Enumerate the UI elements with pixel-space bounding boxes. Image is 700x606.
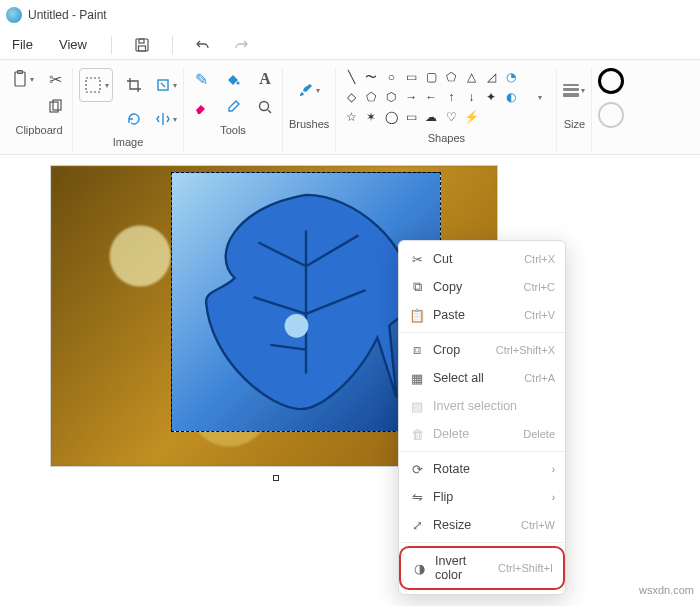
menubar: File View bbox=[0, 30, 700, 60]
ctx-flip[interactable]: ⇋ Flip › bbox=[399, 483, 565, 511]
shape-star5-icon: ☆ bbox=[342, 108, 360, 126]
ctx-label: Cut bbox=[433, 252, 516, 266]
shapes-gallery[interactable]: ╲〜○▭▢⬠△◿◔ ◇⬠⬡→←↑↓✦◐ ☆✶◯▭☁♡⚡ bbox=[342, 68, 520, 126]
ctx-shortcut: Ctrl+V bbox=[524, 309, 555, 321]
ctx-paste[interactable]: 📋 Paste Ctrl+V bbox=[399, 301, 565, 329]
ctx-rotate[interactable]: ⟳ Rotate › bbox=[399, 455, 565, 483]
chevron-right-icon: › bbox=[552, 492, 555, 503]
ctx-copy[interactable]: ⧉ Copy Ctrl+C bbox=[399, 273, 565, 301]
paste-button[interactable] bbox=[12, 68, 34, 90]
ctx-label: Invert selection bbox=[433, 399, 555, 413]
ctx-selectall[interactable]: ▦ Select all Ctrl+A bbox=[399, 364, 565, 392]
ribbon-label-tools: Tools bbox=[220, 124, 246, 140]
ctx-shortcut: Delete bbox=[523, 428, 555, 440]
ctx-label: Select all bbox=[433, 371, 516, 385]
shape-arrowu-icon: ↑ bbox=[442, 88, 460, 106]
rotate-button[interactable] bbox=[123, 108, 145, 130]
ctx-invertselection: ▨ Invert selection bbox=[399, 392, 565, 420]
bucket-icon bbox=[225, 71, 241, 87]
cut-button[interactable]: ✂ bbox=[44, 68, 66, 90]
crop-icon bbox=[126, 77, 142, 93]
save-icon bbox=[134, 37, 150, 53]
flip-button[interactable] bbox=[155, 108, 177, 130]
select-button[interactable] bbox=[79, 68, 113, 102]
shape-star4-icon: ✦ bbox=[482, 88, 500, 106]
ribbon-group-image: Image bbox=[72, 68, 183, 152]
ctx-cut[interactable]: ✂ Cut Ctrl+X bbox=[399, 245, 565, 273]
separator bbox=[399, 542, 565, 543]
undo-icon bbox=[195, 37, 211, 53]
ctx-label: Resize bbox=[433, 518, 513, 532]
undo-button[interactable] bbox=[191, 33, 215, 57]
copy-button[interactable] bbox=[44, 96, 66, 118]
shape-oval-icon: ○ bbox=[382, 68, 400, 86]
ribbon-group-size: Size bbox=[556, 68, 591, 152]
crop-button[interactable] bbox=[123, 74, 145, 96]
ctx-shortcut: Ctrl+Shift+X bbox=[496, 344, 555, 356]
separator bbox=[172, 36, 173, 54]
resize-button[interactable] bbox=[155, 74, 177, 96]
shape-callout1-icon: ◯ bbox=[382, 108, 400, 126]
ribbon-label-clipboard: Clipboard bbox=[15, 124, 62, 140]
invertcolor-icon: ◑ bbox=[411, 560, 427, 576]
selection-handle[interactable] bbox=[273, 475, 279, 481]
shape-callout3-icon: ☁ bbox=[422, 108, 440, 126]
ctx-resize[interactable]: ⤢ Resize Ctrl+W bbox=[399, 511, 565, 539]
shape-outline-icon: ◔ bbox=[502, 68, 520, 86]
shape-rtriangle-icon: ◿ bbox=[482, 68, 500, 86]
eyedropper-icon bbox=[225, 99, 241, 115]
ctx-invertcolor[interactable]: ◑ Invert color Ctrl+Shift+I bbox=[399, 546, 565, 590]
chevron-right-icon: › bbox=[552, 464, 555, 475]
shape-callout2-icon: ▭ bbox=[402, 108, 420, 126]
ribbon-label-size: Size bbox=[564, 118, 585, 134]
titlebar: Untitled - Paint bbox=[0, 0, 700, 30]
svg-rect-0 bbox=[136, 39, 148, 51]
shape-arrowr-icon: → bbox=[402, 88, 420, 106]
redo-button[interactable] bbox=[229, 33, 253, 57]
zoom-button[interactable] bbox=[254, 96, 276, 118]
shape-triangle-icon: △ bbox=[462, 68, 480, 86]
ctx-shortcut: Ctrl+Shift+I bbox=[498, 562, 553, 574]
svg-point-10 bbox=[260, 102, 269, 111]
shape-diamond-icon: ◇ bbox=[342, 88, 360, 106]
menu-view[interactable]: View bbox=[53, 33, 93, 56]
resize-icon bbox=[155, 77, 171, 93]
select-icon bbox=[83, 75, 103, 95]
text-icon: A bbox=[259, 70, 271, 88]
ribbon-group-clipboard: ✂ Clipboard bbox=[6, 68, 72, 152]
resize-icon: ⤢ bbox=[409, 517, 425, 533]
menu-file[interactable]: File bbox=[6, 33, 39, 56]
trash-icon: 🗑 bbox=[409, 426, 425, 442]
flip-icon: ⇋ bbox=[409, 489, 425, 505]
text-button[interactable]: A bbox=[254, 68, 276, 90]
svg-rect-1 bbox=[139, 39, 144, 43]
eraser-button[interactable] bbox=[190, 96, 212, 118]
ctx-label: Delete bbox=[433, 427, 515, 441]
copy-icon bbox=[47, 99, 63, 115]
shape-lightning-icon: ⚡ bbox=[462, 108, 480, 126]
clipboard-icon bbox=[12, 69, 28, 89]
pencil-icon: ✎ bbox=[195, 70, 208, 89]
ctx-crop[interactable]: ⧈ Crop Ctrl+Shift+X bbox=[399, 336, 565, 364]
fill-button[interactable] bbox=[222, 68, 244, 90]
ribbon-group-colors bbox=[591, 68, 630, 152]
svg-rect-2 bbox=[138, 46, 145, 51]
shape-heart-icon: ♡ bbox=[442, 108, 460, 126]
picker-button[interactable] bbox=[222, 96, 244, 118]
ribbon-group-shapes: ╲〜○▭▢⬠△◿◔ ◇⬠⬡→←↑↓✦◐ ☆✶◯▭☁♡⚡ Shapes bbox=[335, 68, 556, 152]
pencil-button[interactable]: ✎ bbox=[190, 68, 212, 90]
save-button[interactable] bbox=[130, 33, 154, 57]
color1-swatch[interactable] bbox=[598, 68, 624, 94]
separator bbox=[399, 332, 565, 333]
leaf-image bbox=[182, 183, 430, 421]
ctx-shortcut: Ctrl+W bbox=[521, 519, 555, 531]
ctx-shortcut: Ctrl+X bbox=[524, 253, 555, 265]
brushes-button[interactable] bbox=[298, 68, 320, 112]
ctx-label: Copy bbox=[433, 280, 516, 294]
shapes-more-button[interactable] bbox=[528, 86, 550, 108]
eraser-icon bbox=[193, 99, 209, 115]
shape-fill-icon: ◐ bbox=[502, 88, 520, 106]
shape-roundrect-icon: ▢ bbox=[422, 68, 440, 86]
color2-swatch[interactable] bbox=[598, 102, 624, 128]
size-button[interactable] bbox=[563, 68, 585, 112]
